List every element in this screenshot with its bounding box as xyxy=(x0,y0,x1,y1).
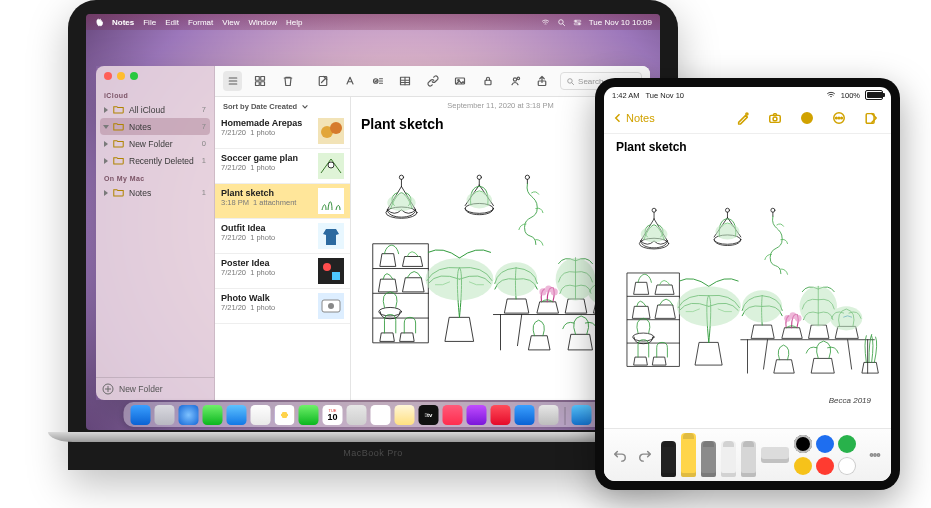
color-swatch[interactable] xyxy=(838,457,856,475)
sidebar-folder[interactable]: New Folder0 xyxy=(100,135,210,152)
dock-settings[interactable] xyxy=(539,405,559,425)
mac-screen: Notes File Edit Format View Window Help … xyxy=(86,14,660,430)
color-swatch[interactable] xyxy=(816,435,834,453)
delete-note-button[interactable] xyxy=(278,71,297,91)
notes-list-item[interactable]: Photo Walk 7/21/20 1 photo xyxy=(215,289,350,324)
menubar-format[interactable]: Format xyxy=(188,18,213,27)
folder-icon xyxy=(113,105,124,114)
svg-rect-29 xyxy=(318,258,344,284)
markup-toggle[interactable] xyxy=(731,106,755,130)
share-button[interactable] xyxy=(533,71,552,91)
window-close-button[interactable] xyxy=(104,72,112,80)
notes-list-item[interactable]: Poster Idea 7/21/20 1 photo xyxy=(215,254,350,289)
menubar-help[interactable]: Help xyxy=(286,18,302,27)
ipad-status-bar: 1:42 AM Tue Nov 10 100% xyxy=(604,87,891,103)
view-gallery-button[interactable] xyxy=(250,71,269,91)
undo-button[interactable] xyxy=(610,444,630,466)
lock-button[interactable] xyxy=(478,71,497,91)
dock-safari[interactable] xyxy=(179,405,199,425)
svg-point-66 xyxy=(841,117,843,119)
notes-list-item[interactable]: Soccer game plan 7/21/20 1 photo xyxy=(215,149,350,184)
menubar-view[interactable]: View xyxy=(222,18,239,27)
dock-calendar[interactable]: TUE10 xyxy=(323,405,343,425)
notes-toolbar: Search xyxy=(215,66,650,97)
color-swatch[interactable] xyxy=(816,457,834,475)
link-button[interactable] xyxy=(423,71,442,91)
disclosure-triangle-icon xyxy=(104,158,108,164)
markup-more[interactable] xyxy=(865,444,885,466)
notes-list-item[interactable]: Outfit Idea 7/21/20 1 photo xyxy=(215,219,350,254)
markup-tool-lasso[interactable] xyxy=(741,441,756,477)
collaborate-button[interactable] xyxy=(795,106,819,130)
markup-toolbar xyxy=(604,428,891,481)
window-zoom-button[interactable] xyxy=(130,72,138,80)
notes-list-item[interactable]: Plant sketch 3:18 PM 1 attachment xyxy=(215,184,350,219)
table-button[interactable] xyxy=(396,71,415,91)
back-button[interactable]: Notes xyxy=(612,112,655,124)
more-button[interactable] xyxy=(827,106,851,130)
ipad-note-sketch[interactable] xyxy=(604,154,891,428)
dock-launchpad[interactable] xyxy=(155,405,175,425)
control-center-icon[interactable] xyxy=(573,18,582,27)
spotlight-icon[interactable] xyxy=(557,18,566,27)
dock-reminders[interactable] xyxy=(371,405,391,425)
dock-maps[interactable] xyxy=(251,405,271,425)
folder-name: Notes xyxy=(129,188,151,198)
dock-appstore[interactable] xyxy=(515,405,535,425)
dock-messages[interactable] xyxy=(203,405,223,425)
color-swatch[interactable] xyxy=(794,435,812,453)
dock-podcasts[interactable] xyxy=(467,405,487,425)
format-button[interactable] xyxy=(341,71,360,91)
note-item-subtitle: 7/21/20 1 photo xyxy=(221,128,314,137)
markup-tool-ruler[interactable] xyxy=(761,447,789,463)
note-item-subtitle: 7/21/20 1 photo xyxy=(221,233,314,242)
sidebar-folder[interactable]: All iCloud7 xyxy=(100,101,210,118)
dock-photos[interactable] xyxy=(275,405,295,425)
camera-button[interactable] xyxy=(763,106,787,130)
apple-icon[interactable] xyxy=(94,18,103,27)
menubar-clock[interactable]: Tue Nov 10 10:09 xyxy=(589,18,652,27)
menubar-window[interactable]: Window xyxy=(248,18,276,27)
markup-tool-pencil[interactable] xyxy=(701,441,716,477)
svg-point-52 xyxy=(426,258,494,300)
window-minimize-button[interactable] xyxy=(117,72,125,80)
dock-tv[interactable]: tv xyxy=(419,405,439,425)
dock-news[interactable] xyxy=(491,405,511,425)
sidebar-new-folder[interactable]: New Folder xyxy=(96,377,214,400)
dock-facetime[interactable] xyxy=(299,405,319,425)
menubar-edit[interactable]: Edit xyxy=(165,18,179,27)
svg-point-18 xyxy=(517,77,519,79)
folder-icon xyxy=(113,156,124,165)
markup-tool-pen[interactable] xyxy=(661,441,676,477)
svg-point-68 xyxy=(652,208,656,212)
new-note-button[interactable] xyxy=(313,71,332,91)
dock-downloads[interactable] xyxy=(572,405,592,425)
sidebar-new-folder-label: New Folder xyxy=(119,384,162,394)
note-item-thumbnail xyxy=(318,153,344,179)
checklist-button[interactable] xyxy=(368,71,387,91)
wifi-icon[interactable] xyxy=(541,18,550,27)
color-swatch[interactable] xyxy=(838,435,856,453)
sidebar-folder[interactable]: Notes7 xyxy=(100,118,210,135)
markup-tool-marker[interactable] xyxy=(681,433,696,477)
sketch-signature: Becca 2019 xyxy=(829,396,871,405)
sidebar-folder[interactable]: Notes1 xyxy=(100,184,210,201)
menubar-app[interactable]: Notes xyxy=(112,18,134,27)
dock-mail[interactable] xyxy=(227,405,247,425)
dock-music[interactable] xyxy=(443,405,463,425)
dock-contacts[interactable] xyxy=(347,405,367,425)
menubar-file[interactable]: File xyxy=(143,18,156,27)
notes-sort[interactable]: Sort by Date Created xyxy=(215,97,350,114)
color-swatch[interactable] xyxy=(794,457,812,475)
sidebar-folder[interactable]: Recently Deleted1 xyxy=(100,152,210,169)
dock-finder[interactable] xyxy=(131,405,151,425)
markup-tool-eraser[interactable] xyxy=(721,441,736,477)
view-list-button[interactable] xyxy=(223,71,242,91)
media-button[interactable] xyxy=(450,71,469,91)
svg-point-88 xyxy=(830,306,862,330)
redo-button[interactable] xyxy=(635,444,655,466)
notes-list-item[interactable]: Homemade Arepas 7/21/20 1 photo xyxy=(215,114,350,149)
compose-button[interactable] xyxy=(859,106,883,130)
dock-notes[interactable] xyxy=(395,405,415,425)
collaborate-button[interactable] xyxy=(505,71,524,91)
